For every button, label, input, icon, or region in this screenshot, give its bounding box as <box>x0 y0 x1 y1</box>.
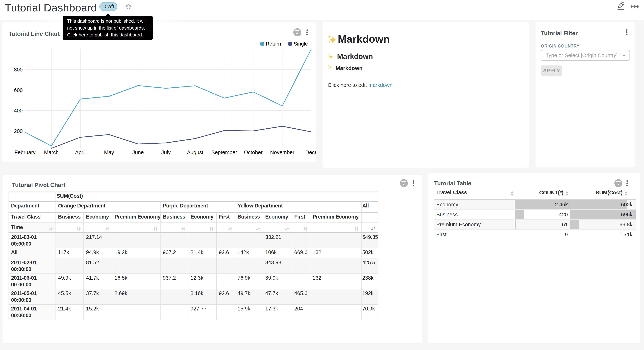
svg-text:May: May <box>104 150 114 155</box>
svg-text:August: August <box>187 150 203 155</box>
svg-text:February: February <box>14 150 36 155</box>
svg-text:Dece: Dece <box>305 150 316 155</box>
svg-text:July: July <box>161 150 171 155</box>
svg-text:June: June <box>132 150 144 155</box>
svg-text:April: April <box>75 150 86 155</box>
svg-text:September: September <box>211 150 237 155</box>
svg-text:600: 600 <box>14 87 23 93</box>
svg-text:400: 400 <box>14 108 23 114</box>
svg-text:March: March <box>44 150 59 155</box>
svg-text:800: 800 <box>14 67 23 72</box>
svg-text:200: 200 <box>14 128 23 134</box>
svg-text:October: October <box>244 150 262 155</box>
svg-text:November: November <box>270 150 294 155</box>
